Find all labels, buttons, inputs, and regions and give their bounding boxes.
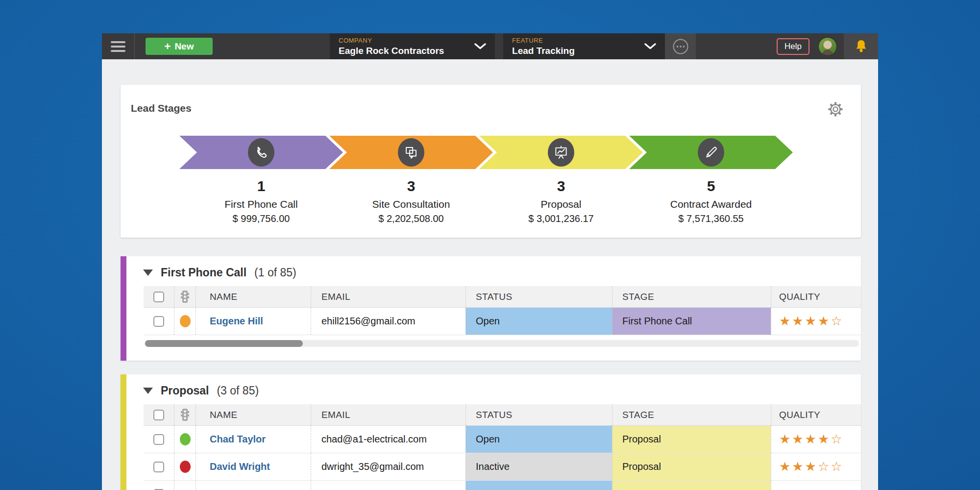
ellipsis-icon (672, 38, 689, 55)
stage-count: 3 (329, 178, 493, 195)
user-avatar[interactable] (818, 37, 837, 56)
lead-name-link[interactable]: David Wright (210, 461, 270, 472)
stage-count: 3 (479, 178, 643, 195)
select-all-checkbox[interactable] (153, 292, 164, 302)
stage-stat-first-phone-call: 1 First Phone Call $ 999,756.00 (179, 169, 343, 224)
horizontal-scrollbar[interactable] (145, 340, 859, 347)
traffic-light-icon (174, 286, 196, 307)
funnel-stage-stats: 1 First Phone Call $ 999,756.00 3 Site C… (179, 169, 861, 224)
stage-label: Site Consultation (329, 198, 493, 210)
column-header-quality[interactable]: QUALITY (771, 286, 861, 307)
column-header-email[interactable]: EMAIL (311, 286, 466, 307)
section-first-phone-call: First Phone Call (1 of 85) NAME EMAIL ST… (121, 256, 861, 361)
column-header-quality[interactable]: QUALITY (771, 404, 861, 425)
notifications-button[interactable] (844, 33, 878, 59)
lead-name-link[interactable]: Eugene Hill (210, 316, 263, 327)
top-navigation-bar: + New COMPANY Eagle Rock Contractors FEA… (102, 33, 878, 59)
quality-star-rating[interactable]: ★★★☆☆ (779, 459, 844, 474)
row-checkbox[interactable] (153, 462, 164, 472)
funnel-stage-site-consultation[interactable] (329, 136, 493, 169)
section-title: First Phone Call (161, 266, 246, 279)
leads-table: NAME EMAIL STATUS STAGE QUALITY Chad Tay… (144, 404, 861, 490)
table-header-row: NAME EMAIL STATUS STAGE QUALITY (144, 404, 861, 426)
feature-dropdown-value: Lead Tracking (512, 46, 575, 56)
quality-star-rating[interactable]: ★★★★☆ (779, 432, 844, 447)
funnel-stage-contract-awarded[interactable] (629, 136, 793, 169)
select-all-checkbox[interactable] (153, 410, 164, 420)
lead-email: chad@a1-electrical.com (321, 434, 427, 445)
new-button[interactable]: + New (146, 38, 213, 55)
stage-stat-proposal: 3 Proposal $ 3,001,236.17 (479, 169, 643, 224)
leads-table: NAME EMAIL STATUS STAGE QUALITY Eugene H… (144, 286, 861, 335)
company-dropdown-value: Eagle Rock Contractors (339, 46, 444, 56)
collapse-caret-icon (143, 270, 153, 276)
table-row (144, 481, 861, 490)
column-header-name[interactable]: NAME (196, 404, 311, 425)
lead-status: Open (476, 434, 500, 445)
stage-label: First Phone Call (179, 198, 343, 210)
lead-email: dwright_35@gmail.com (321, 461, 424, 472)
help-button[interactable]: Help (777, 38, 809, 55)
feature-dropdown-label: FEATURE (512, 37, 575, 44)
row-checkbox[interactable] (153, 434, 164, 445)
table-header-row: NAME EMAIL STATUS STAGE QUALITY (144, 286, 861, 308)
column-header-stage[interactable]: STAGE (612, 404, 771, 425)
status-dot (180, 315, 191, 327)
feature-dropdown[interactable]: FEATURE Lead Tracking (503, 33, 665, 59)
funnel-stage-proposal[interactable] (479, 136, 643, 169)
chat-bubbles-icon (398, 138, 424, 167)
lead-status: Inactive (476, 461, 510, 472)
gear-icon[interactable] (828, 101, 843, 117)
lead-stages-title: Lead Stages (121, 85, 861, 114)
funnel-stage-first-phone-call[interactable] (179, 136, 343, 169)
phone-icon (248, 138, 274, 167)
section-count: (3 of 85) (217, 384, 259, 397)
presentation-chart-icon (548, 138, 574, 167)
column-header-stage[interactable]: STAGE (612, 286, 771, 307)
scrollbar-thumb[interactable] (145, 340, 303, 347)
pen-icon (698, 138, 724, 167)
section-accent-bar (121, 256, 126, 361)
section-proposal: Proposal (3 of 85) NAME EMAIL STATUS STA… (121, 374, 861, 490)
plus-icon: + (165, 41, 171, 52)
new-button-label: New (174, 41, 194, 52)
section-accent-bar (121, 374, 126, 490)
stage-amount: $ 999,756.00 (179, 213, 343, 224)
quality-star-rating[interactable]: ★★★★☆ (779, 314, 844, 329)
collapse-caret-icon (143, 388, 153, 394)
column-header-name[interactable]: NAME (196, 286, 311, 307)
table-row: David Wright dwright_35@gmail.com Inacti… (144, 453, 861, 481)
column-header-status[interactable]: STATUS (466, 404, 612, 425)
chevron-down-icon (474, 43, 486, 49)
more-options-button[interactable] (665, 33, 696, 59)
stage-amount: $ 2,202,508.00 (329, 213, 493, 224)
lead-stage: First Phone Call (622, 316, 692, 327)
column-header-email[interactable]: EMAIL (311, 404, 466, 425)
company-dropdown[interactable]: COMPANY Eagle Rock Contractors (330, 33, 495, 59)
status-dot (180, 488, 191, 490)
stage-count: 1 (179, 178, 343, 195)
lead-stage: Proposal (622, 434, 661, 445)
traffic-light-icon (174, 404, 196, 425)
lead-stages-card: Lead Stages (121, 85, 861, 238)
section-header-proposal[interactable]: Proposal (3 of 85) (121, 374, 861, 404)
stage-label: Contract Awarded (629, 198, 793, 210)
row-checkbox[interactable] (153, 316, 164, 327)
lead-stage-cell (612, 481, 771, 490)
stage-label: Proposal (479, 198, 643, 210)
lead-name-link[interactable]: Chad Taylor (210, 434, 266, 445)
lead-stages-funnel (179, 136, 861, 169)
app-window: + New COMPANY Eagle Rock Contractors FEA… (102, 33, 878, 490)
lead-stage-cell: First Phone Call (612, 308, 771, 335)
lead-status-cell: Open (466, 308, 612, 335)
company-dropdown-label: COMPANY (339, 37, 444, 44)
status-dot (180, 433, 191, 445)
lead-status-cell: Inactive (466, 453, 612, 480)
stage-amount: $ 3,001,236.17 (479, 213, 643, 224)
column-header-status[interactable]: STATUS (466, 286, 612, 307)
lead-stage: Proposal (622, 461, 661, 472)
lead-status-cell: Open (466, 426, 612, 453)
hamburger-menu-icon[interactable] (102, 33, 134, 59)
lead-status: Open (476, 316, 500, 327)
section-header-first-phone-call[interactable]: First Phone Call (1 of 85) (121, 256, 861, 286)
